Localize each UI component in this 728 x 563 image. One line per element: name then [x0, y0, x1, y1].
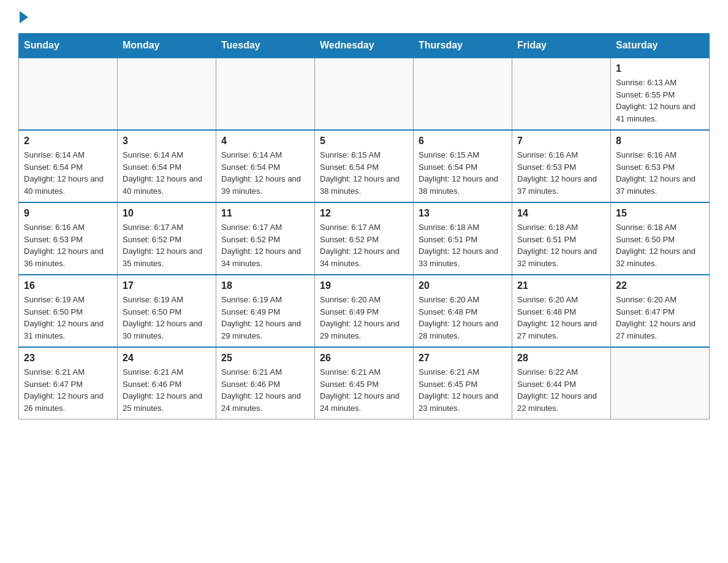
day-info: Sunrise: 6:20 AM Sunset: 6:49 PM Dayligh… — [320, 294, 408, 342]
calendar-cell — [118, 58, 216, 130]
day-info: Sunrise: 6:15 AM Sunset: 6:54 PM Dayligh… — [320, 149, 408, 197]
day-header-friday: Friday — [512, 34, 611, 58]
day-number: 25 — [221, 353, 309, 364]
calendar-cell: 25Sunrise: 6:21 AM Sunset: 6:46 PM Dayli… — [216, 347, 315, 419]
day-number: 5 — [320, 136, 408, 147]
calendar-cell: 21Sunrise: 6:20 AM Sunset: 6:48 PM Dayli… — [512, 275, 611, 347]
calendar-cell: 27Sunrise: 6:21 AM Sunset: 6:45 PM Dayli… — [414, 347, 512, 419]
calendar-cell: 17Sunrise: 6:19 AM Sunset: 6:50 PM Dayli… — [118, 275, 216, 347]
calendar-cell: 26Sunrise: 6:21 AM Sunset: 6:45 PM Dayli… — [315, 347, 414, 419]
day-info: Sunrise: 6:15 AM Sunset: 6:54 PM Dayligh… — [419, 149, 507, 197]
day-info: Sunrise: 6:13 AM Sunset: 6:55 PM Dayligh… — [616, 77, 704, 124]
day-header-tuesday: Tuesday — [216, 34, 315, 58]
calendar-cell — [512, 58, 611, 130]
day-number: 27 — [419, 353, 507, 364]
day-header-thursday: Thursday — [414, 34, 512, 58]
calendar-cell: 22Sunrise: 6:20 AM Sunset: 6:47 PM Dayli… — [611, 275, 710, 347]
day-info: Sunrise: 6:19 AM Sunset: 6:50 PM Dayligh… — [123, 294, 211, 342]
calendar-cell: 10Sunrise: 6:17 AM Sunset: 6:52 PM Dayli… — [118, 202, 216, 275]
calendar-cell — [414, 58, 512, 130]
calendar-cell — [315, 58, 414, 130]
page-header — [18, 12, 710, 21]
day-number: 15 — [616, 208, 704, 219]
calendar-cell: 4Sunrise: 6:14 AM Sunset: 6:54 PM Daylig… — [216, 130, 315, 202]
calendar-table: SundayMondayTuesdayWednesdayThursdayFrid… — [18, 33, 710, 419]
calendar-week-2: 2Sunrise: 6:14 AM Sunset: 6:54 PM Daylig… — [19, 130, 710, 202]
calendar-cell: 15Sunrise: 6:18 AM Sunset: 6:50 PM Dayli… — [611, 202, 710, 275]
day-number: 20 — [419, 280, 507, 291]
calendar-cell: 20Sunrise: 6:20 AM Sunset: 6:48 PM Dayli… — [414, 275, 512, 347]
day-number: 14 — [517, 208, 605, 219]
calendar-week-1: 1Sunrise: 6:13 AM Sunset: 6:55 PM Daylig… — [19, 58, 710, 130]
day-header-sunday: Sunday — [19, 34, 118, 58]
day-info: Sunrise: 6:16 AM Sunset: 6:53 PM Dayligh… — [517, 149, 605, 197]
calendar-cell: 1Sunrise: 6:13 AM Sunset: 6:55 PM Daylig… — [611, 58, 710, 130]
day-header-monday: Monday — [118, 34, 216, 58]
logo-arrow-icon — [20, 11, 28, 23]
day-number: 12 — [320, 208, 408, 219]
calendar-cell: 14Sunrise: 6:18 AM Sunset: 6:51 PM Dayli… — [512, 202, 611, 275]
calendar-cell: 3Sunrise: 6:14 AM Sunset: 6:54 PM Daylig… — [118, 130, 216, 202]
calendar-cell — [19, 58, 118, 130]
day-number: 28 — [517, 353, 605, 364]
day-info: Sunrise: 6:21 AM Sunset: 6:46 PM Dayligh… — [123, 366, 211, 414]
calendar-cell: 12Sunrise: 6:17 AM Sunset: 6:52 PM Dayli… — [315, 202, 414, 275]
day-info: Sunrise: 6:18 AM Sunset: 6:50 PM Dayligh… — [616, 221, 704, 269]
day-number: 11 — [221, 208, 309, 219]
day-info: Sunrise: 6:20 AM Sunset: 6:48 PM Dayligh… — [517, 294, 605, 342]
calendar-header-row: SundayMondayTuesdayWednesdayThursdayFrid… — [19, 34, 710, 58]
calendar-cell: 5Sunrise: 6:15 AM Sunset: 6:54 PM Daylig… — [315, 130, 414, 202]
day-number: 16 — [24, 280, 112, 291]
calendar-cell: 19Sunrise: 6:20 AM Sunset: 6:49 PM Dayli… — [315, 275, 414, 347]
day-number: 7 — [517, 136, 605, 147]
calendar-cell: 18Sunrise: 6:19 AM Sunset: 6:49 PM Dayli… — [216, 275, 315, 347]
day-info: Sunrise: 6:19 AM Sunset: 6:49 PM Dayligh… — [221, 294, 309, 342]
day-number: 13 — [419, 208, 507, 219]
day-info: Sunrise: 6:20 AM Sunset: 6:48 PM Dayligh… — [419, 294, 507, 342]
day-number: 21 — [517, 280, 605, 291]
calendar-week-4: 16Sunrise: 6:19 AM Sunset: 6:50 PM Dayli… — [19, 275, 710, 347]
logo — [18, 12, 28, 21]
calendar-cell: 16Sunrise: 6:19 AM Sunset: 6:50 PM Dayli… — [19, 275, 118, 347]
calendar-week-3: 9Sunrise: 6:16 AM Sunset: 6:53 PM Daylig… — [19, 202, 710, 275]
day-number: 10 — [123, 208, 211, 219]
calendar-cell — [216, 58, 315, 130]
calendar-cell: 11Sunrise: 6:17 AM Sunset: 6:52 PM Dayli… — [216, 202, 315, 275]
calendar-cell: 2Sunrise: 6:14 AM Sunset: 6:54 PM Daylig… — [19, 130, 118, 202]
day-info: Sunrise: 6:17 AM Sunset: 6:52 PM Dayligh… — [123, 221, 211, 269]
day-info: Sunrise: 6:14 AM Sunset: 6:54 PM Dayligh… — [221, 149, 309, 197]
calendar-cell: 7Sunrise: 6:16 AM Sunset: 6:53 PM Daylig… — [512, 130, 611, 202]
day-info: Sunrise: 6:18 AM Sunset: 6:51 PM Dayligh… — [517, 221, 605, 269]
day-number: 22 — [616, 280, 704, 291]
calendar-cell: 24Sunrise: 6:21 AM Sunset: 6:46 PM Dayli… — [118, 347, 216, 419]
day-number: 3 — [123, 136, 211, 147]
day-info: Sunrise: 6:17 AM Sunset: 6:52 PM Dayligh… — [221, 221, 309, 269]
calendar-cell — [611, 347, 710, 419]
calendar-cell: 23Sunrise: 6:21 AM Sunset: 6:47 PM Dayli… — [19, 347, 118, 419]
day-info: Sunrise: 6:20 AM Sunset: 6:47 PM Dayligh… — [616, 294, 704, 342]
calendar-cell: 8Sunrise: 6:16 AM Sunset: 6:53 PM Daylig… — [611, 130, 710, 202]
day-info: Sunrise: 6:21 AM Sunset: 6:46 PM Dayligh… — [221, 366, 309, 414]
day-info: Sunrise: 6:22 AM Sunset: 6:44 PM Dayligh… — [517, 366, 605, 414]
day-number: 24 — [123, 353, 211, 364]
day-number: 18 — [221, 280, 309, 291]
day-number: 4 — [221, 136, 309, 147]
day-header-wednesday: Wednesday — [315, 34, 414, 58]
day-info: Sunrise: 6:21 AM Sunset: 6:45 PM Dayligh… — [419, 366, 507, 414]
calendar-week-5: 23Sunrise: 6:21 AM Sunset: 6:47 PM Dayli… — [19, 347, 710, 419]
day-number: 19 — [320, 280, 408, 291]
day-number: 8 — [616, 136, 704, 147]
day-number: 23 — [24, 353, 112, 364]
calendar-cell: 13Sunrise: 6:18 AM Sunset: 6:51 PM Dayli… — [414, 202, 512, 275]
day-number: 2 — [24, 136, 112, 147]
day-info: Sunrise: 6:14 AM Sunset: 6:54 PM Dayligh… — [123, 149, 211, 197]
day-header-saturday: Saturday — [611, 34, 710, 58]
calendar-cell: 6Sunrise: 6:15 AM Sunset: 6:54 PM Daylig… — [414, 130, 512, 202]
day-info: Sunrise: 6:19 AM Sunset: 6:50 PM Dayligh… — [24, 294, 112, 342]
calendar-cell: 28Sunrise: 6:22 AM Sunset: 6:44 PM Dayli… — [512, 347, 611, 419]
day-number: 1 — [616, 63, 704, 74]
day-info: Sunrise: 6:21 AM Sunset: 6:47 PM Dayligh… — [24, 366, 112, 414]
day-number: 17 — [123, 280, 211, 291]
day-number: 26 — [320, 353, 408, 364]
day-info: Sunrise: 6:16 AM Sunset: 6:53 PM Dayligh… — [616, 149, 704, 197]
